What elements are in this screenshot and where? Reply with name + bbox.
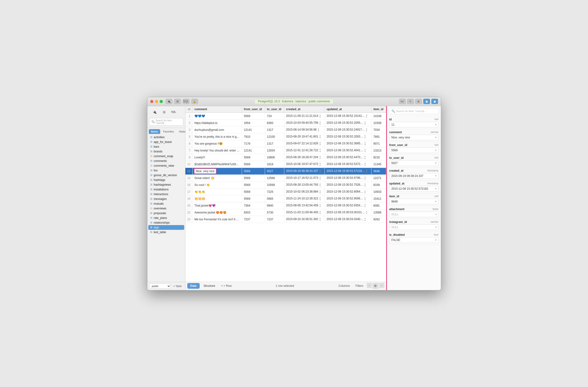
cell-stepper[interactable]: ▲▼ [317,128,319,132]
cell-stepper[interactable]: ▲▼ [319,114,321,118]
cell-stepper[interactable]: ▲▼ [319,162,321,166]
cell-item_id[interactable]: 9848 [372,168,386,174]
table-row[interactable]: 7Hey lovely! You should def. enter the C… [185,147,386,154]
cell-id[interactable]: 5 [185,133,192,140]
cell-from_user_id[interactable]: 7178 [242,140,265,147]
cell-to_user_id[interactable]: 12566 [265,174,284,181]
cell-id[interactable]: 1 [185,113,192,120]
cell-comment[interactable]: Nice, very nice [192,168,242,174]
cell-comment[interactable]: $2a$10$HZLN88PNuWWi47uS91b8dR98ijt0khlvc… [192,161,242,168]
col-header-created_at[interactable]: created_at [284,106,324,113]
sidebar-item-overviews[interactable]: ⊙overviews [148,206,184,211]
cell-stepper[interactable]: ▲▼ [319,203,321,208]
table-icon-btn[interactable]: ⊞ [174,99,181,104]
editing-cell[interactable]: Nice, very nice [194,169,216,174]
field-value[interactable]: 2015-09-19 08:38:24.337▾ [389,173,439,179]
cell-from_user_id[interactable]: 5569 [242,174,265,181]
cell-stepper[interactable]: ▲▼ [366,128,367,132]
sidebar-item-foo[interactable]: ⊞foo [148,168,184,173]
col-header-to_user_id[interactable]: to_user_id [265,106,284,113]
cell-from_user_id[interactable]: 1654 [242,119,265,126]
right-search-input[interactable]: 🔍 Search for field: ^name$... [389,108,439,114]
panel-toggle-right[interactable]: ▣ [431,99,438,104]
cell-to_user_id[interactable]: 10568 [265,181,284,188]
col-header-from_user_id[interactable]: from_user_id [242,106,265,113]
cell-to_user_id[interactable]: 9940 [265,202,284,209]
cell-item_id[interactable]: 12271 [372,174,386,181]
cell-stepper[interactable]: ▲▼ [319,121,321,125]
cell-stepper[interactable]: ▲▼ [366,169,367,173]
table-row[interactable]: 3duchuykun@gmail.com1214113172015-08-14 … [185,126,386,133]
table-row[interactable]: 22Awesome jacket 😍😍😍830357302015-11-03 1… [185,209,386,216]
next-arrow[interactable]: › [379,283,384,288]
db-icon[interactable]: 🔌 [166,99,172,104]
tab-favorites[interactable]: Favorites [161,129,176,134]
cell-comment[interactable]: Great video! 💥 [192,174,242,181]
cell-id[interactable]: 2 [185,119,192,126]
cell-id[interactable]: 8 [185,154,192,161]
cell-id[interactable]: 23 [185,216,192,223]
sidebar-item-bars[interactable]: ⊞bars [148,144,184,149]
field-value[interactable]: 11▾ [389,122,439,128]
cell-to_user_id[interactable]: 5665 [265,195,284,202]
field-value[interactable]: NULL▾ [389,212,439,217]
cell-updated_at[interactable]: 2015-12-08 15:30:53.00101…▲▼ [325,209,372,216]
sidebar-item-messages[interactable]: ⊞messages [148,197,184,201]
cell-updated_at[interactable]: 2015-12-08 15:30:52.5372…▲▼ [325,161,372,168]
cell-updated_at[interactable]: 2015-12-08 15:30:52.15142…▲▼ [325,113,372,120]
sidebar-item-hashtagviews[interactable]: ⊞hashtagviews [148,182,184,187]
cell-created_at[interactable]: 2015-08-28 13:05:44.793▲▼ [284,181,324,188]
settings-button[interactable]: ⚙ [372,283,378,289]
cell-created_at[interactable]: 2015-09-07 22:14:12.826▲▼ [284,140,324,147]
cell-stepper[interactable]: ▲▼ [319,141,321,146]
cell-updated_at[interactable]: 2015-12-08 15:30:52.6796…▲▼ [325,174,372,181]
cell-from_user_id[interactable]: 5569 [242,154,265,161]
sidebar-item-activities[interactable]: ⊞activities [148,135,184,140]
cell-created_at[interactable]: 2015-11-03 11:00:48.493▲▼ [284,209,324,216]
cell-updated_at[interactable]: 2015-12-08 15:30:52.4470…▲▼ [325,154,372,161]
cell-from_user_id[interactable]: 12141 [242,147,265,154]
cell-item_id[interactable]: 10338 [372,119,386,126]
cell-from_user_id[interactable]: 8303 [242,209,265,216]
field-value[interactable]: 5027▾ [389,160,439,166]
cell-to_user_id[interactable]: 7237 [265,216,284,223]
close-button[interactable] [150,100,153,103]
add-table-button[interactable]: + Table [172,284,183,288]
cell-stepper[interactable]: ▲▼ [319,190,321,194]
cell-comment[interactable]: duchuykun@gmail.com [192,126,242,133]
cell-created_at[interactable]: 2015-10-02 06:23:38.884▲▼ [284,188,324,195]
cell-stepper[interactable]: ▲▼ [319,169,321,173]
col-header-item_id[interactable]: item_id [372,106,386,113]
cell-id[interactable]: 19 [185,195,192,202]
grid-button[interactable]: ⊞ [415,99,422,104]
cell-comment[interactable]: Lovely!!! [192,154,242,161]
cell-from_user_id[interactable]: 7910 [242,133,265,140]
table-row[interactable]: 11Nice, very nice556950272015-09-19 08:3… [185,168,386,174]
cell-stepper[interactable]: ▲▼ [319,183,321,187]
panel-toggle-left[interactable]: ▣ [423,99,430,104]
cell-from_user_id[interactable]: 5569 [242,161,265,168]
cell-updated_at[interactable]: 2015-12-08 15:30:52.7526…▲▼ [325,181,372,188]
sidebar-item-mutuals[interactable]: ⊞mutuals [148,201,184,206]
sidebar-item-goose_db_version[interactable]: ⊞goose_db_version [148,173,184,178]
cell-id[interactable]: 20 [185,202,192,209]
cell-comment[interactable]: 💙💙💙 [192,113,242,120]
table-row[interactable]: 2https://tableplus.io165483832015-10-03 … [185,119,386,126]
cell-updated_at[interactable]: 2015-12-08 15:30:52.9354…▲▼ [325,202,372,209]
lock-icon[interactable]: 🔒 [191,99,198,104]
cell-stepper[interactable]: ▲▼ [319,155,321,159]
cell-stepper[interactable]: ▲▼ [319,197,321,201]
cell-created_at[interactable]: 2015-10-06 19:57:47.672▲▼ [284,161,324,168]
cell-updated_at[interactable]: 2015-12-08 15:30:52.57218…▲▼ [325,168,372,174]
cell-from_user_id[interactable]: 7237 [242,216,265,223]
minimize-button[interactable] [155,100,158,103]
table-row[interactable]: 5You're so pretty, this is a nice ni gor… [185,133,386,140]
cell-stepper[interactable]: ▲▼ [366,210,367,215]
cell-id[interactable]: 3 [185,126,192,133]
field-value[interactable]: 9848▾ [389,199,439,204]
cell-created_at[interactable]: 2015-08-05 13:42:04.459▲▼ [284,202,324,209]
cell-updated_at[interactable]: 2015-12-08 15:30:52.8064…▲▼ [325,188,372,195]
cell-stepper[interactable]: ▲▼ [364,162,366,166]
cell-stepper[interactable]: ▲▼ [364,135,366,139]
cell-created_at[interactable]: 2015-09-10 16:36:51.392▲▼ [284,216,324,223]
